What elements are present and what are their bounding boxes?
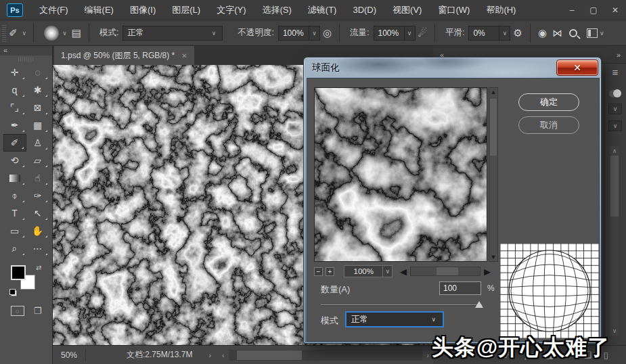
smudge-tool[interactable]: ☝: [26, 169, 49, 187]
close-button[interactable]: ✕: [604, 0, 626, 20]
flow-field[interactable]: 100%: [374, 26, 405, 41]
zoom-out-button[interactable]: −: [314, 267, 323, 276]
amount-input[interactable]: 100: [439, 281, 481, 295]
scrollbar-thumb[interactable]: [610, 156, 619, 217]
brush-tool-preset-icon[interactable]: ✐: [6, 27, 20, 39]
pressure-opacity-icon[interactable]: ◎: [320, 27, 334, 39]
menu-item-3d[interactable]: 3D(D): [344, 0, 384, 20]
minimize-button[interactable]: –: [561, 0, 583, 20]
smoothing-dropdown[interactable]: ∨: [499, 26, 510, 41]
clone-stamp-tool[interactable]: ♙: [26, 134, 49, 152]
ellipse-marquee-tool[interactable]: ◌: [26, 64, 49, 81]
dialog-close-button[interactable]: ✕: [556, 60, 598, 76]
workspace-switcher-icon[interactable]: [587, 28, 598, 38]
scroll-down-icon[interactable]: ▼: [489, 254, 497, 260]
lasso-tool[interactable]: ɋ: [3, 81, 26, 99]
scroll-up-icon[interactable]: ∧: [610, 147, 619, 154]
flow-dropdown[interactable]: ∨: [405, 26, 416, 41]
quick-selection-tool[interactable]: ✱: [26, 81, 49, 99]
slider-track[interactable]: [321, 304, 482, 306]
chevron-down-icon[interactable]: ∨: [598, 30, 606, 37]
zoom-level-field[interactable]: 50%: [53, 349, 86, 361]
tab-close-icon[interactable]: ✕: [181, 52, 187, 60]
scroll-right-icon[interactable]: ▶: [480, 267, 494, 277]
panel-dropdown-icon[interactable]: ∨: [608, 104, 622, 114]
cancel-button[interactable]: 取消: [518, 116, 579, 134]
scroll-left-icon[interactable]: ◀: [397, 267, 410, 277]
scrollbar-thumb[interactable]: [490, 99, 497, 156]
horizontal-scrollbar[interactable]: ‹ ›: [218, 346, 433, 364]
search-icon[interactable]: [569, 29, 577, 37]
scrollbar-track[interactable]: [229, 350, 423, 361]
move-tool[interactable]: ✛: [3, 64, 26, 81]
screen-mode-button[interactable]: ❐: [34, 306, 42, 316]
dodge-tool[interactable]: ⌽: [3, 187, 26, 204]
path-selection-tool[interactable]: ↖: [26, 204, 49, 222]
scroll-down-icon[interactable]: ∨: [610, 327, 619, 334]
menu-item-help[interactable]: 帮助(H): [478, 0, 524, 20]
menu-item-window[interactable]: 窗口(W): [430, 0, 478, 20]
amount-slider[interactable]: [321, 302, 482, 309]
gear-icon[interactable]: ⚙: [510, 27, 524, 39]
preview-zoom-select[interactable]: 100% ∨: [344, 265, 393, 277]
panel-dropdown-icon[interactable]: ∨: [608, 120, 622, 131]
filter-preview[interactable]: [314, 87, 487, 262]
spherize-mode-select[interactable]: 正常 ∨: [345, 311, 444, 327]
gradient-tool[interactable]: [3, 169, 26, 187]
menu-item-filter[interactable]: 滤镜(T): [300, 0, 345, 20]
panel-menu-icon[interactable]: ≡: [604, 66, 626, 78]
type-tool[interactable]: T: [3, 204, 26, 222]
frame-tool[interactable]: ⊠: [26, 99, 49, 116]
eraser-tool[interactable]: ▱: [26, 152, 49, 169]
hand-tool[interactable]: ✋: [26, 222, 49, 240]
swap-colors-icon[interactable]: ⇄: [36, 264, 41, 271]
more-tools[interactable]: ⋯: [26, 240, 49, 257]
smoothing-field[interactable]: 0%: [468, 26, 499, 41]
symmetry-butterfly-icon[interactable]: ⋈: [550, 27, 565, 39]
tools-panel-drag-handle[interactable]: ||||||||: [0, 55, 52, 64]
airbrush-icon[interactable]: ☄: [416, 27, 430, 39]
menu-item-image[interactable]: 图像(I): [122, 0, 164, 20]
brush-settings-panel-icon[interactable]: ▤: [69, 27, 84, 39]
tools-panel-collapse-icon[interactable]: «: [0, 46, 52, 55]
menu-item-type[interactable]: 文字(Y): [208, 0, 254, 20]
slider-thumb[interactable]: [475, 301, 483, 308]
rectangle-tool[interactable]: ▭: [3, 222, 26, 240]
brush-tool[interactable]: ✐: [3, 134, 26, 152]
brush-preview[interactable]: [44, 26, 59, 41]
pressure-size-icon[interactable]: ◉: [535, 27, 550, 39]
zoom-in-button[interactable]: +: [326, 267, 334, 276]
preview-horizontal-scrollbar[interactable]: [410, 267, 480, 276]
foreground-color-swatch[interactable]: [11, 265, 26, 280]
menu-item-select[interactable]: 选择(S): [254, 0, 299, 20]
quick-mask-button[interactable]: ◌: [11, 306, 24, 316]
history-brush-tool[interactable]: ⟲: [3, 152, 26, 169]
scroll-left-icon[interactable]: ‹: [218, 351, 229, 359]
opacity-field[interactable]: 100%: [278, 26, 309, 41]
zoom-tool[interactable]: ⌕: [3, 240, 26, 257]
chevron-down-icon[interactable]: ∨: [20, 30, 29, 37]
opacity-dropdown[interactable]: ∨: [309, 26, 320, 41]
menu-item-edit[interactable]: 编辑(E): [76, 0, 122, 20]
menu-item-file[interactable]: 文件(F): [31, 0, 76, 20]
healing-brush-tool[interactable]: ▦: [26, 116, 49, 134]
menu-item-view[interactable]: 视图(V): [384, 0, 430, 20]
panel-collapse-right-icon[interactable]: »: [617, 51, 626, 59]
document-tab[interactable]: 1.psd @ 50% (图层 5, RGB/8) * ✕: [54, 46, 194, 65]
pen-tool[interactable]: ✑: [26, 187, 49, 204]
panel-toggle-knob[interactable]: [609, 90, 621, 97]
chevron-down-icon[interactable]: ∨: [60, 30, 69, 37]
default-colors-icon[interactable]: [11, 290, 17, 296]
ok-button[interactable]: 确定: [518, 93, 579, 111]
eyedropper-tool[interactable]: ✒: [3, 116, 26, 134]
preview-vertical-scrollbar[interactable]: ▲ ▼: [489, 87, 498, 262]
scrollbar-thumb[interactable]: [437, 267, 458, 275]
status-expand-icon[interactable]: ›: [202, 351, 218, 359]
scrollbar-thumb[interactable]: [237, 350, 302, 360]
crop-tool[interactable]: ⌜⌟: [3, 99, 26, 116]
scroll-up-icon[interactable]: ▲: [489, 89, 497, 95]
blend-mode-select[interactable]: 正常 ∨: [122, 26, 223, 41]
maximize-button[interactable]: ▢: [583, 0, 604, 20]
menu-item-layer[interactable]: 图层(L): [164, 0, 208, 20]
panel-scrollbar[interactable]: ∧ ∨: [610, 146, 619, 336]
